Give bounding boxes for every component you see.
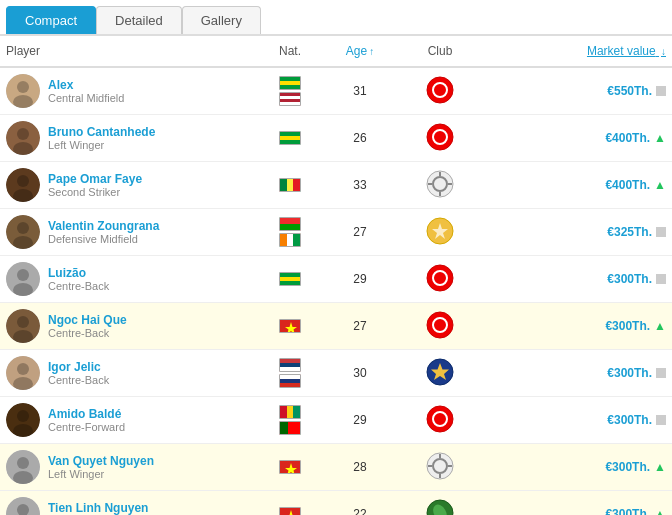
avatar [6,403,40,437]
age-sort-icon: ↑ [369,46,374,57]
player-position: Left Winger [48,139,155,151]
player-cell: Luizão Centre-Back [0,256,260,303]
trend-up-icon: ▲ [654,131,666,145]
flag-cell [266,76,314,106]
player-cell: Amido Baldé Centre-Forward [0,397,260,444]
player-name[interactable]: Amido Baldé [48,407,125,421]
player-name[interactable]: Van Quyet Nguyen [48,454,154,468]
col-market-value[interactable]: Market value ↓ [480,36,672,67]
player-name[interactable]: Ngoc Hai Que [48,313,127,327]
player-name[interactable]: Pape Omar Faye [48,172,142,186]
avatar [6,215,40,249]
club-cell [400,350,480,397]
age-cell: 31 [320,67,400,115]
flag-cell [266,178,314,192]
market-value-cell: €300Th. [480,397,672,444]
player-cell: Alex Central Midfield [0,67,260,115]
tab-compact[interactable]: Compact [6,6,96,34]
nationality-cell [260,350,320,397]
trend-neutral-icon [656,368,666,378]
flag-cell [266,358,314,388]
flag-cell [266,319,314,333]
club-icon [426,170,454,198]
table-row: Van Quyet Nguyen Left Winger 28 €300Th. … [0,444,672,491]
player-cell: Igor Jelic Centre-Back [0,350,260,397]
market-value-cell: €300Th. ▲ [480,444,672,491]
players-table: Player Nat. Age↑ Club Market value ↓ Ale… [0,36,672,515]
player-position: Central Midfield [48,92,124,104]
market-value-text: €400Th. [605,131,650,145]
market-value-text: €325Th. [607,225,652,239]
table-row: Valentin Zoungrana Defensive Midfield 27… [0,209,672,256]
nationality-cell [260,303,320,350]
table-row: Luizão Centre-Back 29 €300Th. [0,256,672,303]
trend-up-icon: ▲ [654,460,666,474]
avatar [6,74,40,108]
svg-point-3 [427,77,453,103]
age-cell: 22 [320,491,400,516]
svg-point-20 [17,222,29,234]
flag-cell [266,405,314,435]
trend-up-icon: ▲ [654,178,666,192]
age-cell: 27 [320,209,400,256]
age-cell: 29 [320,397,400,444]
svg-point-47 [17,457,29,469]
player-position: Centre-Back [48,374,109,386]
svg-point-37 [17,363,29,375]
player-name[interactable]: Luizão [48,266,109,280]
player-name[interactable]: Bruno Cantanhede [48,125,155,139]
player-name[interactable]: Igor Jelic [48,360,109,374]
nationality-cell [260,397,320,444]
club-cell [400,444,480,491]
market-value-text: €300Th. [607,366,652,380]
svg-point-11 [17,175,29,187]
nationality-cell [260,256,320,303]
avatar [6,356,40,390]
club-cell [400,67,480,115]
col-age[interactable]: Age↑ [320,36,400,67]
player-cell: Van Quyet Nguyen Left Winger [0,444,260,491]
club-icon [426,358,454,386]
tab-detailed[interactable]: Detailed [96,6,182,34]
table-row: Alex Central Midfield 31 €550Th. [0,67,672,115]
avatar [6,168,40,202]
club-cell [400,209,480,256]
player-cell: Tien Linh Nguyen Centre-Forward [0,491,260,516]
player-name[interactable]: Tien Linh Nguyen [48,501,148,515]
market-value-cell: €400Th. ▲ [480,162,672,209]
club-cell [400,115,480,162]
market-value-text: €300Th. [605,460,650,474]
nationality-cell [260,209,320,256]
nationality-cell [260,162,320,209]
player-position: Second Striker [48,186,142,198]
avatar [6,309,40,343]
svg-point-30 [17,316,29,328]
club-icon [426,405,454,433]
flag-cell [266,272,314,286]
player-position: Centre-Back [48,327,127,339]
tab-gallery[interactable]: Gallery [182,6,261,34]
svg-point-1 [17,81,29,93]
club-icon [426,499,454,516]
table-row: Igor Jelic Centre-Back 30 €300Th. [0,350,672,397]
age-cell: 29 [320,256,400,303]
player-position: Defensive Midfield [48,233,159,245]
table-row: Bruno Cantanhede Left Winger 26 €400Th. … [0,115,672,162]
flag-cell [266,460,314,474]
club-cell [400,491,480,516]
col-player: Player [0,36,260,67]
market-value-text: €550Th. [607,84,652,98]
player-name[interactable]: Alex [48,78,124,92]
player-name[interactable]: Valentin Zoungrana [48,219,159,233]
mv-sort-icon: ↓ [661,46,666,57]
club-cell [400,256,480,303]
table-row: Amido Baldé Centre-Forward 29 €300Th. [0,397,672,444]
club-icon [426,264,454,292]
svg-point-6 [17,128,29,140]
club-icon [426,452,454,480]
avatar [6,262,40,296]
flag-cell [266,131,314,145]
nationality-cell [260,67,320,115]
trend-neutral-icon [656,415,666,425]
svg-point-27 [427,265,453,291]
